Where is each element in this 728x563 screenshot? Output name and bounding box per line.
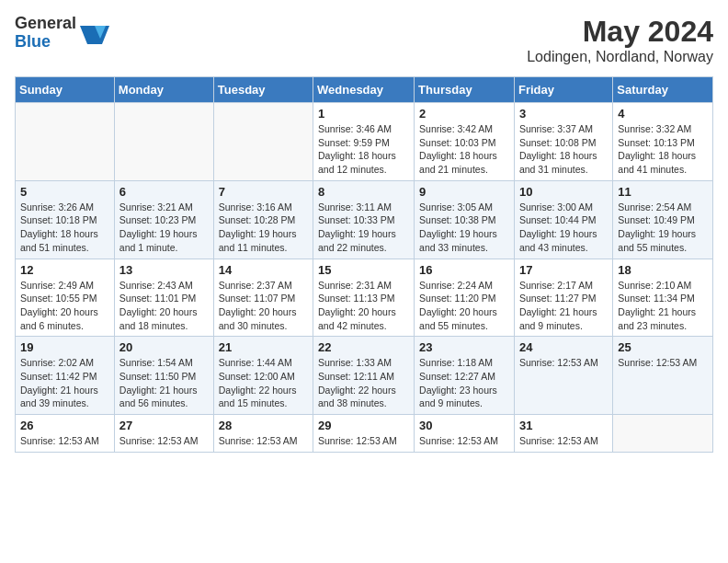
day-cell: 8Sunrise: 3:11 AM Sunset: 10:33 PM Dayli… — [313, 180, 415, 259]
day-number: 7 — [219, 185, 308, 199]
day-detail: Sunrise: 2:24 AM Sunset: 11:20 PM Daylig… — [419, 279, 509, 333]
day-detail: Sunrise: 12:53 AM — [618, 356, 708, 370]
day-detail: Sunrise: 12:53 AM — [419, 434, 509, 448]
title-block: May 2024 Lodingen, Nordland, Norway — [527, 15, 713, 65]
day-detail: Sunrise: 12:53 AM — [519, 434, 608, 448]
day-detail: Sunrise: 3:46 AM Sunset: 9:59 PM Dayligh… — [318, 122, 409, 177]
day-number: 16 — [419, 263, 509, 277]
day-number: 29 — [318, 419, 409, 432]
day-cell: 18Sunrise: 2:10 AM Sunset: 11:34 PM Dayl… — [613, 259, 713, 337]
day-detail: Sunrise: 3:42 AM Sunset: 10:03 PM Daylig… — [419, 122, 509, 177]
day-detail: Sunrise: 3:21 AM Sunset: 10:23 PM Daylig… — [119, 201, 209, 255]
svg-marker-0 — [80, 26, 109, 44]
logo: General Blue — [15, 15, 109, 52]
day-number: 31 — [519, 419, 608, 432]
day-number: 27 — [119, 419, 209, 432]
day-cell: 3Sunrise: 3:37 AM Sunset: 10:08 PM Dayli… — [514, 103, 612, 181]
day-cell: 20Sunrise: 1:54 AM Sunset: 11:50 PM Dayl… — [114, 337, 213, 415]
logo-general: General — [15, 15, 76, 33]
day-cell: 19Sunrise: 2:02 AM Sunset: 11:42 PM Dayl… — [16, 337, 115, 415]
day-detail: Sunrise: 3:26 AM Sunset: 10:18 PM Daylig… — [20, 201, 109, 255]
month-year: May 2024 — [527, 15, 713, 49]
day-cell: 2Sunrise: 3:42 AM Sunset: 10:03 PM Dayli… — [415, 103, 515, 181]
day-cell: 25Sunrise: 12:53 AM — [613, 337, 713, 415]
day-cell: 29Sunrise: 12:53 AM — [313, 415, 415, 453]
day-number: 5 — [20, 185, 109, 199]
week-row-2: 5Sunrise: 3:26 AM Sunset: 10:18 PM Dayli… — [16, 180, 713, 259]
day-cell: 4Sunrise: 3:32 AM Sunset: 10:13 PM Dayli… — [613, 103, 713, 181]
day-cell: 17Sunrise: 2:17 AM Sunset: 11:27 PM Dayl… — [514, 259, 612, 337]
day-cell: 10Sunrise: 3:00 AM Sunset: 10:44 PM Dayl… — [514, 180, 612, 259]
day-cell: 15Sunrise: 2:31 AM Sunset: 11:13 PM Dayl… — [313, 259, 415, 337]
day-number: 14 — [219, 263, 308, 277]
day-number: 1 — [318, 107, 409, 121]
day-cell — [16, 103, 115, 181]
day-number: 22 — [318, 340, 409, 354]
day-cell: 6Sunrise: 3:21 AM Sunset: 10:23 PM Dayli… — [114, 180, 213, 259]
day-number: 19 — [20, 340, 109, 354]
day-number: 12 — [20, 263, 109, 277]
day-cell — [114, 103, 213, 181]
day-number: 8 — [318, 185, 409, 199]
weekday-header-row: SundayMondayTuesdayWednesdayThursdayFrid… — [16, 77, 713, 103]
day-cell: 11Sunrise: 2:54 AM Sunset: 10:49 PM Dayl… — [613, 180, 713, 259]
page-header: General Blue May 2024 Lodingen, Nordland… — [15, 15, 713, 65]
week-row-5: 26Sunrise: 12:53 AM27Sunrise: 12:53 AM28… — [16, 415, 713, 453]
day-number: 24 — [519, 340, 608, 354]
day-detail: Sunrise: 1:54 AM Sunset: 11:50 PM Daylig… — [119, 356, 209, 410]
day-detail: Sunrise: 2:43 AM Sunset: 11:01 PM Daylig… — [119, 279, 209, 333]
week-row-1: 1Sunrise: 3:46 AM Sunset: 9:59 PM Daylig… — [16, 103, 713, 181]
day-number: 2 — [419, 107, 509, 121]
day-number: 18 — [618, 263, 708, 277]
day-cell: 1Sunrise: 3:46 AM Sunset: 9:59 PM Daylig… — [313, 103, 415, 181]
day-cell: 7Sunrise: 3:16 AM Sunset: 10:28 PM Dayli… — [213, 180, 313, 259]
day-number: 30 — [419, 419, 509, 432]
day-detail: Sunrise: 2:10 AM Sunset: 11:34 PM Daylig… — [618, 279, 708, 333]
day-number: 3 — [519, 107, 608, 121]
day-detail: Sunrise: 2:17 AM Sunset: 11:27 PM Daylig… — [519, 279, 608, 333]
day-detail: Sunrise: 1:33 AM Sunset: 12:11 AM Daylig… — [318, 356, 409, 410]
day-detail: Sunrise: 2:37 AM Sunset: 11:07 PM Daylig… — [219, 279, 308, 333]
weekday-header-friday: Friday — [514, 77, 612, 103]
weekday-header-saturday: Saturday — [613, 77, 713, 103]
day-detail: Sunrise: 3:11 AM Sunset: 10:33 PM Daylig… — [318, 201, 409, 255]
day-detail: Sunrise: 1:44 AM Sunset: 12:00 AM Daylig… — [219, 356, 308, 410]
location: Lodingen, Nordland, Norway — [527, 49, 713, 65]
calendar-table: SundayMondayTuesdayWednesdayThursdayFrid… — [15, 76, 713, 453]
weekday-header-tuesday: Tuesday — [213, 77, 313, 103]
day-number: 13 — [119, 263, 209, 277]
day-detail: Sunrise: 2:54 AM Sunset: 10:49 PM Daylig… — [618, 201, 708, 255]
week-row-3: 12Sunrise: 2:49 AM Sunset: 10:55 PM Dayl… — [16, 259, 713, 337]
week-row-4: 19Sunrise: 2:02 AM Sunset: 11:42 PM Dayl… — [16, 337, 713, 415]
day-number: 26 — [20, 419, 109, 432]
day-cell: 28Sunrise: 12:53 AM — [213, 415, 313, 453]
day-detail: Sunrise: 12:53 AM — [219, 434, 308, 448]
day-cell: 23Sunrise: 1:18 AM Sunset: 12:27 AM Dayl… — [415, 337, 515, 415]
day-number: 9 — [419, 185, 509, 199]
day-cell: 27Sunrise: 12:53 AM — [114, 415, 213, 453]
day-detail: Sunrise: 3:00 AM Sunset: 10:44 PM Daylig… — [519, 201, 608, 255]
day-detail: Sunrise: 2:02 AM Sunset: 11:42 PM Daylig… — [20, 356, 109, 410]
logo-blue: Blue — [15, 33, 76, 52]
day-number: 10 — [519, 185, 608, 199]
day-cell: 9Sunrise: 3:05 AM Sunset: 10:38 PM Dayli… — [415, 180, 515, 259]
day-number: 25 — [618, 340, 708, 354]
day-cell: 5Sunrise: 3:26 AM Sunset: 10:18 PM Dayli… — [16, 180, 115, 259]
day-detail: Sunrise: 12:53 AM — [20, 434, 109, 448]
day-cell: 12Sunrise: 2:49 AM Sunset: 10:55 PM Dayl… — [16, 259, 115, 337]
day-number: 11 — [618, 185, 708, 199]
day-detail: Sunrise: 2:49 AM Sunset: 10:55 PM Daylig… — [20, 279, 109, 333]
weekday-header-sunday: Sunday — [16, 77, 115, 103]
day-detail: Sunrise: 12:53 AM — [519, 356, 608, 370]
day-number: 20 — [119, 340, 209, 354]
day-cell: 22Sunrise: 1:33 AM Sunset: 12:11 AM Dayl… — [313, 337, 415, 415]
logo-icon — [80, 18, 109, 48]
day-number: 15 — [318, 263, 409, 277]
weekday-header-monday: Monday — [114, 77, 213, 103]
day-detail: Sunrise: 3:37 AM Sunset: 10:08 PM Daylig… — [519, 122, 608, 177]
day-detail: Sunrise: 12:53 AM — [318, 434, 409, 448]
day-cell: 31Sunrise: 12:53 AM — [514, 415, 612, 453]
day-cell: 14Sunrise: 2:37 AM Sunset: 11:07 PM Dayl… — [213, 259, 313, 337]
day-number: 6 — [119, 185, 209, 199]
day-number: 21 — [219, 340, 308, 354]
